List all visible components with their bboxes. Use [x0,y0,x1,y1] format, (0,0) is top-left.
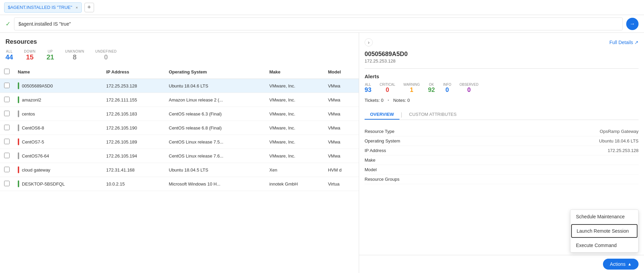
stat-all: ALL 44 [5,50,13,61]
stat-down-value: 15 [26,53,34,61]
col-name: Name [14,65,102,79]
stat-down: DOWN 15 [24,50,36,61]
row-name: DESKTOP-5BSDFQL [22,181,65,187]
select-all-checkbox[interactable] [4,69,10,74]
resources-title: Resources [0,33,359,48]
row-checkbox[interactable] [4,139,10,144]
detail-label: Resource Groups [365,177,399,182]
row-ip: 10.0.2.15 [102,177,165,191]
row-checkbox[interactable] [4,153,10,158]
device-id: 00505689A5D0 [365,51,639,58]
alert-critical-value: 0 [386,86,389,94]
table-row[interactable]: CentOS7-5 172.26.105.189 CentOS Linux re… [0,135,359,149]
detail-row: Model [365,165,639,175]
row-checkbox[interactable] [4,125,10,130]
detail-rows: Resource Type OpsRamp Gateway Operating … [365,127,639,184]
detail-tabs: OVERVIEW | CUSTOM ATTRIBUTES [365,110,639,120]
table-row[interactable]: cloud gateway 172.31.41.168 Ubuntu 18.04… [0,163,359,177]
table-row[interactable]: 00505689A5D0 172.25.253.128 Ubuntu 18.04… [0,79,359,93]
status-indicator [18,110,19,117]
device-ip: 172.25.253.128 [365,58,639,64]
table-row[interactable]: CentOS6-8 172.26.105.190 CentOS release … [0,121,359,135]
row-checkbox[interactable] [4,83,10,88]
row-name: 00505689A5D0 [22,83,53,88]
row-checkbox[interactable] [4,181,10,186]
schedule-maintenance-item[interactable]: Schedule Maintenance [570,210,638,223]
row-name-cell: amazonl2 [14,93,102,107]
right-panel-header: › Full Details ↗ [365,38,639,46]
tab-separator: | [399,112,404,118]
row-checkbox[interactable] [4,97,10,102]
plus-icon: + [87,4,91,11]
alert-info-value: 0 [446,86,449,94]
row-name-cell: CentOS76-64 [14,149,102,163]
status-indicator [18,152,19,159]
row-name-cell: centos [14,107,102,121]
launch-remote-session-item[interactable]: Launch Remote Session [571,224,638,238]
tab-custom-attributes[interactable]: CUSTOM ATTRIBUTES [404,110,462,120]
detail-row: Resource Type OpsRamp Gateway [365,127,639,136]
filter-input[interactable] [14,17,623,30]
row-os: Ubuntu 18.04.5 LTS [165,163,265,177]
row-checkbox-cell [0,107,14,121]
detail-label: IP Address [365,148,386,153]
tab-label: $AGENT.INSTALLED IS "TRUE" [8,5,72,10]
table-row[interactable]: CentOS76-64 172.26.105.194 CentOS Linux … [0,149,359,163]
divider-1 [365,68,639,69]
alert-info: INFO 0 [443,83,451,94]
tab-close-icon[interactable]: × [76,5,78,10]
actions-button[interactable]: Actions ▲ [603,259,639,270]
stat-up-value: 21 [47,53,54,61]
row-name: CentOS7-5 [22,139,44,145]
external-link-icon: ↗ [634,40,639,45]
row-name: amazonl2 [22,97,41,103]
tickets-notes: Tickets: 0 • Notes: 0 [365,98,639,103]
row-name-cell: CentOS7-5 [14,135,102,149]
check-icon: ✓ [5,20,11,28]
alert-all-label: ALL [365,83,371,86]
row-ip: 172.31.41.168 [102,163,165,177]
active-tab[interactable]: $AGENT.INSTALLED IS "TRUE" × [4,2,82,13]
full-details-link[interactable]: Full Details ↗ [609,40,639,45]
filter-go-button[interactable]: → [626,18,639,30]
stat-down-label: DOWN [24,50,36,53]
table-row[interactable]: amazonl2 172.26.111.155 Amazon Linux rel… [0,93,359,107]
detail-row: Resource Groups [365,175,639,184]
resources-table: Name IP Address Operating System Make Mo… [0,65,359,191]
row-os: CentOS release 6.3 (Final) [165,107,265,121]
stat-all-label: ALL [6,50,12,53]
row-os: CentOS release 6.8 (Final) [165,121,265,135]
alert-warning: WARNING 1 [404,83,420,94]
row-checkbox[interactable] [4,167,10,172]
table-row[interactable]: centos 172.26.105.183 CentOS release 6.3… [0,107,359,121]
row-os: Amazon Linux release 2 (... [165,93,265,107]
row-name-cell: 00505689A5D0 [14,79,102,93]
col-ip: IP Address [102,65,165,79]
status-indicator [18,138,19,145]
execute-command-item[interactable]: Execute Command [570,238,638,252]
row-checkbox-cell [0,79,14,93]
row-make: VMware, Inc. [265,79,324,93]
row-name: centos [22,111,35,117]
add-tab-button[interactable]: + [84,3,94,12]
tab-overview[interactable]: OVERVIEW [365,110,399,120]
row-model: VMwa [324,107,359,121]
table-row[interactable]: DESKTOP-5BSDFQL 10.0.2.15 Microsoft Wind… [0,177,359,191]
alert-observed: OBSERVED 0 [459,83,478,94]
stat-undefined-label: UNDEFINED [95,50,117,53]
checkbox-header [0,65,14,79]
detail-label: Operating System [365,138,400,144]
collapse-button[interactable]: › [365,38,373,46]
stat-up-label: UP [48,50,53,53]
stat-all-value: 44 [5,53,13,61]
row-os: CentOS Linux release 7.5... [165,135,265,149]
separator-dot: • [387,98,389,103]
row-ip: 172.26.105.183 [102,107,165,121]
row-checkbox-cell [0,163,14,177]
row-ip: 172.25.253.128 [102,79,165,93]
row-model: VMwa [324,149,359,163]
row-checkbox[interactable] [4,111,10,116]
row-ip: 172.26.105.194 [102,149,165,163]
row-model: Virtua [324,177,359,191]
row-model: HVM d [324,163,359,177]
